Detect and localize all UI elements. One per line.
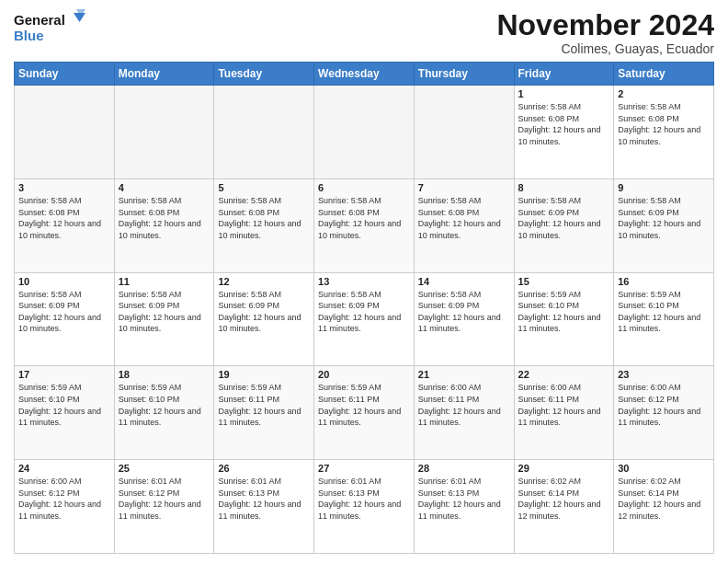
day-number: 2 xyxy=(618,88,710,99)
day-info: Sunrise: 5:59 AM Sunset: 6:10 PM Dayligh… xyxy=(518,289,610,335)
calendar-cell xyxy=(414,86,514,179)
day-info: Sunrise: 5:58 AM Sunset: 6:09 PM Dayligh… xyxy=(518,195,610,241)
calendar-table: Sunday Monday Tuesday Wednesday Thursday… xyxy=(14,62,714,554)
day-info: Sunrise: 5:58 AM Sunset: 6:08 PM Dayligh… xyxy=(618,101,710,147)
calendar-cell: 10Sunrise: 5:58 AM Sunset: 6:09 PM Dayli… xyxy=(15,272,115,366)
day-number: 29 xyxy=(518,463,610,474)
day-number: 26 xyxy=(218,463,310,474)
calendar-cell: 5Sunrise: 5:58 AM Sunset: 6:08 PM Daylig… xyxy=(214,178,314,272)
calendar-cell xyxy=(114,86,214,179)
col-friday: Friday xyxy=(514,63,614,86)
day-number: 24 xyxy=(18,463,110,474)
calendar-cell: 4Sunrise: 5:58 AM Sunset: 6:08 PM Daylig… xyxy=(114,178,214,272)
calendar-cell: 6Sunrise: 5:58 AM Sunset: 6:08 PM Daylig… xyxy=(314,178,415,272)
day-info: Sunrise: 5:58 AM Sunset: 6:08 PM Dayligh… xyxy=(518,101,610,147)
calendar-cell: 23Sunrise: 6:00 AM Sunset: 6:12 PM Dayli… xyxy=(614,366,714,460)
calendar-cell: 9Sunrise: 5:58 AM Sunset: 6:09 PM Daylig… xyxy=(614,178,714,272)
calendar-cell: 20Sunrise: 5:59 AM Sunset: 6:11 PM Dayli… xyxy=(314,366,415,460)
day-number: 25 xyxy=(119,463,210,474)
calendar-cell: 25Sunrise: 6:01 AM Sunset: 6:12 PM Dayli… xyxy=(114,460,214,554)
calendar-cell: 3Sunrise: 5:58 AM Sunset: 6:08 PM Daylig… xyxy=(15,178,115,272)
day-number: 12 xyxy=(218,276,310,287)
calendar-cell: 22Sunrise: 6:00 AM Sunset: 6:11 PM Dayli… xyxy=(514,366,614,460)
day-number: 10 xyxy=(18,276,110,287)
calendar-cell: 27Sunrise: 6:01 AM Sunset: 6:13 PM Dayli… xyxy=(314,460,415,554)
day-number: 5 xyxy=(218,182,310,193)
day-info: Sunrise: 5:58 AM Sunset: 6:09 PM Dayligh… xyxy=(418,289,510,335)
day-number: 16 xyxy=(618,276,710,287)
day-info: Sunrise: 5:58 AM Sunset: 6:09 PM Dayligh… xyxy=(618,195,710,241)
calendar-cell: 7Sunrise: 5:58 AM Sunset: 6:08 PM Daylig… xyxy=(414,178,514,272)
calendar-cell: 28Sunrise: 6:01 AM Sunset: 6:13 PM Dayli… xyxy=(414,460,514,554)
day-info: Sunrise: 5:58 AM Sunset: 6:08 PM Dayligh… xyxy=(418,195,510,241)
day-number: 18 xyxy=(119,369,210,380)
day-info: Sunrise: 6:01 AM Sunset: 6:13 PM Dayligh… xyxy=(318,476,410,522)
day-info: Sunrise: 5:59 AM Sunset: 6:11 PM Dayligh… xyxy=(318,382,410,428)
day-number: 19 xyxy=(218,369,310,380)
day-info: Sunrise: 5:58 AM Sunset: 6:08 PM Dayligh… xyxy=(218,195,310,241)
day-number: 6 xyxy=(318,182,410,193)
col-thursday: Thursday xyxy=(414,63,514,86)
svg-text:General: General xyxy=(14,12,65,28)
subtitle: Colimes, Guayas, Ecuador xyxy=(496,41,714,56)
calendar-cell xyxy=(314,86,415,179)
day-number: 30 xyxy=(618,463,710,474)
day-number: 1 xyxy=(518,88,610,99)
day-number: 13 xyxy=(318,276,410,287)
day-info: Sunrise: 6:01 AM Sunset: 6:13 PM Dayligh… xyxy=(218,476,310,522)
week-row-1: 3Sunrise: 5:58 AM Sunset: 6:08 PM Daylig… xyxy=(15,178,714,272)
col-saturday: Saturday xyxy=(614,63,714,86)
day-number: 28 xyxy=(418,463,510,474)
month-title: November 2024 xyxy=(496,9,714,41)
calendar-cell: 2Sunrise: 5:58 AM Sunset: 6:08 PM Daylig… xyxy=(614,86,714,179)
col-sunday: Sunday xyxy=(15,63,115,86)
day-info: Sunrise: 5:58 AM Sunset: 6:08 PM Dayligh… xyxy=(318,195,410,241)
logo: General Blue xyxy=(14,9,87,46)
logo-svg: General Blue xyxy=(14,9,87,46)
calendar-cell: 14Sunrise: 5:58 AM Sunset: 6:09 PM Dayli… xyxy=(414,272,514,366)
day-info: Sunrise: 5:59 AM Sunset: 6:10 PM Dayligh… xyxy=(18,382,110,428)
week-row-2: 10Sunrise: 5:58 AM Sunset: 6:09 PM Dayli… xyxy=(15,272,714,366)
week-row-4: 24Sunrise: 6:00 AM Sunset: 6:12 PM Dayli… xyxy=(15,460,714,554)
day-info: Sunrise: 6:00 AM Sunset: 6:11 PM Dayligh… xyxy=(418,382,510,428)
calendar-cell: 30Sunrise: 6:02 AM Sunset: 6:14 PM Dayli… xyxy=(614,460,714,554)
day-info: Sunrise: 6:00 AM Sunset: 6:12 PM Dayligh… xyxy=(18,476,110,522)
day-info: Sunrise: 5:58 AM Sunset: 6:09 PM Dayligh… xyxy=(218,289,310,335)
col-wednesday: Wednesday xyxy=(314,63,415,86)
week-row-0: 1Sunrise: 5:58 AM Sunset: 6:08 PM Daylig… xyxy=(15,86,714,179)
calendar-cell: 13Sunrise: 5:58 AM Sunset: 6:09 PM Dayli… xyxy=(314,272,415,366)
calendar-cell: 11Sunrise: 5:58 AM Sunset: 6:09 PM Dayli… xyxy=(114,272,214,366)
day-info: Sunrise: 5:58 AM Sunset: 6:09 PM Dayligh… xyxy=(18,289,110,335)
calendar-cell xyxy=(15,86,115,179)
calendar-cell: 19Sunrise: 5:59 AM Sunset: 6:11 PM Dayli… xyxy=(214,366,314,460)
svg-text:Blue: Blue xyxy=(14,28,44,43)
day-info: Sunrise: 6:02 AM Sunset: 6:14 PM Dayligh… xyxy=(618,476,710,522)
day-number: 23 xyxy=(618,369,710,380)
day-number: 15 xyxy=(518,276,610,287)
calendar-cell: 15Sunrise: 5:59 AM Sunset: 6:10 PM Dayli… xyxy=(514,272,614,366)
calendar-cell: 26Sunrise: 6:01 AM Sunset: 6:13 PM Dayli… xyxy=(214,460,314,554)
day-info: Sunrise: 5:58 AM Sunset: 6:08 PM Dayligh… xyxy=(18,195,110,241)
day-info: Sunrise: 5:58 AM Sunset: 6:09 PM Dayligh… xyxy=(119,289,210,335)
day-info: Sunrise: 5:58 AM Sunset: 6:08 PM Dayligh… xyxy=(119,195,210,241)
calendar-cell: 29Sunrise: 6:02 AM Sunset: 6:14 PM Dayli… xyxy=(514,460,614,554)
day-info: Sunrise: 6:00 AM Sunset: 6:12 PM Dayligh… xyxy=(618,382,710,428)
day-number: 4 xyxy=(119,182,210,193)
day-number: 21 xyxy=(418,369,510,380)
calendar-cell: 16Sunrise: 5:59 AM Sunset: 6:10 PM Dayli… xyxy=(614,272,714,366)
day-info: Sunrise: 5:59 AM Sunset: 6:11 PM Dayligh… xyxy=(218,382,310,428)
day-info: Sunrise: 6:00 AM Sunset: 6:11 PM Dayligh… xyxy=(518,382,610,428)
week-row-3: 17Sunrise: 5:59 AM Sunset: 6:10 PM Dayli… xyxy=(15,366,714,460)
calendar-cell: 17Sunrise: 5:59 AM Sunset: 6:10 PM Dayli… xyxy=(15,366,115,460)
calendar-cell: 12Sunrise: 5:58 AM Sunset: 6:09 PM Dayli… xyxy=(214,272,314,366)
day-info: Sunrise: 6:02 AM Sunset: 6:14 PM Dayligh… xyxy=(518,476,610,522)
calendar-cell: 24Sunrise: 6:00 AM Sunset: 6:12 PM Dayli… xyxy=(15,460,115,554)
day-number: 22 xyxy=(518,369,610,380)
col-monday: Monday xyxy=(114,63,214,86)
day-number: 3 xyxy=(18,182,110,193)
day-number: 14 xyxy=(418,276,510,287)
calendar-cell: 1Sunrise: 5:58 AM Sunset: 6:08 PM Daylig… xyxy=(514,86,614,179)
header-row: Sunday Monday Tuesday Wednesday Thursday… xyxy=(15,63,714,86)
calendar-cell: 8Sunrise: 5:58 AM Sunset: 6:09 PM Daylig… xyxy=(514,178,614,272)
day-info: Sunrise: 6:01 AM Sunset: 6:13 PM Dayligh… xyxy=(418,476,510,522)
